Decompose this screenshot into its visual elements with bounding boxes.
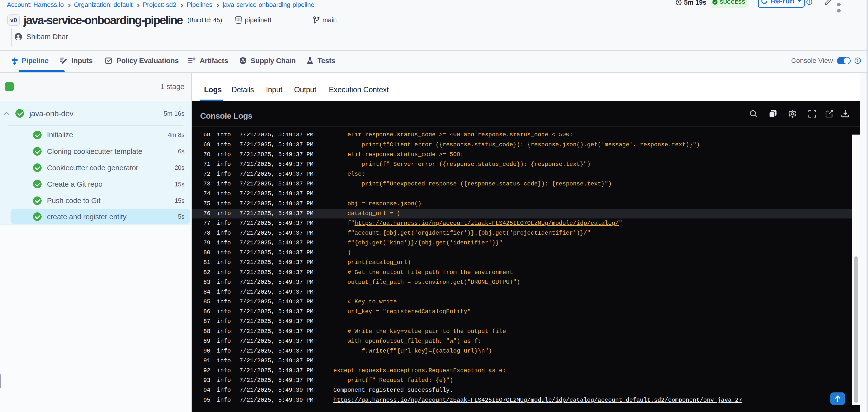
svg-text:</>: </> bbox=[236, 19, 241, 22]
